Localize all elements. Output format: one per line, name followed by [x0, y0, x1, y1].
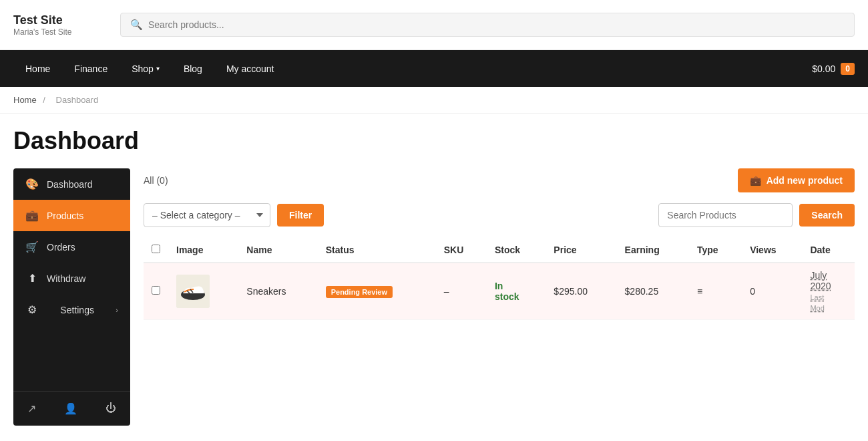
row-earning: $280.25: [617, 263, 689, 320]
product-image: [176, 275, 210, 308]
top-search-input[interactable]: [148, 19, 845, 30]
row-checkbox-cell: [144, 263, 168, 320]
briefcase-icon: 💼: [750, 175, 761, 186]
sidebar: 🎨 Dashboard 💼 Products 🛒 Orders ⬆ Withdr…: [13, 168, 130, 426]
nav-blog[interactable]: Blog: [172, 50, 214, 87]
row-name: Sneakers: [238, 263, 317, 320]
user-icon[interactable]: 👤: [57, 398, 84, 419]
col-sku: SKU: [436, 238, 487, 263]
col-views: Views: [742, 238, 802, 263]
search-products-input[interactable]: [658, 203, 793, 227]
row-views: 0: [742, 263, 802, 320]
sidebar-label-orders: Orders: [47, 242, 75, 253]
sidebar-label-products: Products: [47, 210, 83, 221]
col-date: Date: [802, 238, 855, 263]
page-title: Dashboard: [13, 127, 855, 155]
breadcrumb: Home / Dashboard: [0, 87, 868, 114]
nav-links: Home Finance Shop ▾ Blog My account: [13, 50, 812, 87]
all-count-label: All (0): [144, 175, 168, 186]
cart-price: $0.00: [812, 63, 835, 74]
settings-icon: ⚙: [25, 303, 39, 316]
site-tagline: Maria's Test Site: [13, 27, 120, 37]
table-header: Image Name Status SKU Stock Price Earnin…: [144, 238, 855, 263]
col-status: Status: [318, 238, 436, 263]
chevron-right-icon: ›: [116, 306, 118, 314]
table-body: Sneakers Pending Review – Instock $295.0…: [144, 263, 855, 320]
sidebar-label-dashboard: Dashboard: [47, 179, 93, 190]
col-name: Name: [238, 238, 317, 263]
nav-my-account[interactable]: My account: [214, 50, 286, 87]
power-icon[interactable]: ⏻: [99, 398, 123, 419]
row-status: Pending Review: [318, 263, 436, 320]
col-checkbox: [144, 238, 168, 263]
top-search-bar[interactable]: 🔍: [120, 13, 855, 37]
col-stock: Stock: [487, 238, 546, 263]
col-price: Price: [546, 238, 616, 263]
row-price: $295.00: [546, 263, 616, 320]
filter-row: – Select a category – Filter Search: [144, 203, 855, 227]
nav-home[interactable]: Home: [13, 50, 62, 87]
content-area: All (0) 💼 Add new product – Select a cat…: [130, 168, 855, 426]
withdraw-icon: ⬆: [25, 272, 39, 285]
sidebar-item-withdraw[interactable]: ⬆ Withdraw: [13, 263, 130, 294]
content-toolbar: All (0) 💼 Add new product: [144, 168, 855, 192]
select-all-checkbox[interactable]: [152, 245, 160, 253]
chevron-down-icon: ▾: [156, 65, 160, 72]
row-type: ≡: [689, 263, 742, 320]
sidebar-label-settings: Settings: [60, 305, 94, 315]
col-earning: Earning: [617, 238, 689, 263]
sidebar-bottom: ↗ 👤 ⏻: [13, 391, 130, 426]
stock-status: Instock: [495, 281, 519, 302]
add-new-product-button[interactable]: 💼 Add new product: [738, 168, 855, 192]
table-row: Sneakers Pending Review – Instock $295.0…: [144, 263, 855, 320]
category-select[interactable]: – Select a category –: [144, 203, 270, 227]
breadcrumb-home[interactable]: Home: [13, 95, 37, 105]
cart-count: 0: [841, 63, 855, 75]
sidebar-item-products[interactable]: 💼 Products: [13, 200, 130, 231]
nav-bar: Home Finance Shop ▾ Blog My account $0.0…: [0, 50, 868, 87]
col-type: Type: [689, 238, 742, 263]
status-badge: Pending Review: [326, 286, 393, 298]
nav-shop[interactable]: Shop ▾: [120, 50, 172, 87]
site-branding: Test Site Maria's Test Site: [13, 13, 120, 37]
orders-icon: 🛒: [25, 241, 39, 253]
sidebar-item-settings[interactable]: ⚙ Settings ›: [13, 294, 130, 325]
main-layout: 🎨 Dashboard 💼 Products 🛒 Orders ⬆ Withdr…: [0, 162, 868, 439]
search-icon: 🔍: [130, 19, 143, 31]
row-stock: Instock: [487, 263, 546, 320]
nav-cart[interactable]: $0.00 0: [812, 63, 855, 75]
row-image-cell: [168, 263, 238, 320]
top-bar: Test Site Maria's Test Site 🔍: [0, 0, 868, 50]
external-link-icon[interactable]: ↗: [21, 398, 43, 419]
products-icon: 💼: [25, 209, 39, 222]
dashboard-icon: 🎨: [25, 178, 39, 190]
col-image: Image: [168, 238, 238, 263]
products-table: Image Name Status SKU Stock Price Earnin…: [144, 238, 855, 320]
row-checkbox[interactable]: [152, 286, 160, 295]
row-date: July2020LastMod: [802, 263, 855, 320]
site-name: Test Site: [13, 13, 120, 27]
breadcrumb-current: Dashboard: [56, 95, 99, 105]
filter-button[interactable]: Filter: [277, 204, 324, 227]
nav-finance[interactable]: Finance: [62, 50, 120, 87]
row-sku: –: [436, 263, 487, 320]
sidebar-item-dashboard[interactable]: 🎨 Dashboard: [13, 168, 130, 200]
search-button[interactable]: Search: [799, 204, 855, 227]
sidebar-label-withdraw: Withdraw: [47, 273, 85, 284]
page-title-area: Dashboard: [0, 114, 868, 162]
sidebar-item-orders[interactable]: 🛒 Orders: [13, 231, 130, 263]
